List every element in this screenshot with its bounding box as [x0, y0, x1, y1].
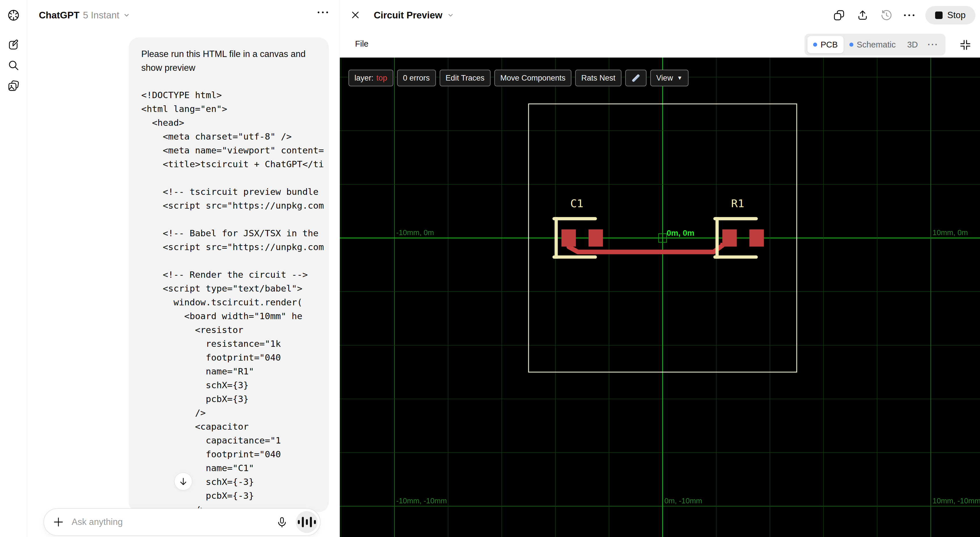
caret-down-icon: ▼ — [677, 75, 682, 81]
toolbar-label: Move Components — [500, 74, 566, 83]
library-icon — [8, 80, 19, 92]
chat-column: ChatGPT 5 Instant Please run this HTML f… — [27, 0, 339, 537]
ellipsis-icon — [904, 14, 915, 16]
grid-coordinate-label: -10mm, -10mm — [396, 496, 447, 505]
pcb-canvas[interactable]: C1R10m, 0m-10mm, 0m10mm, 0m-10mm, -10mm0… — [340, 57, 980, 537]
tab-schematic[interactable]: Schematic — [844, 36, 902, 53]
user-message-text: Please run this HTML file in a canvas an… — [141, 47, 329, 75]
user-message-bubble: Please run this HTML file in a canvas an… — [129, 37, 329, 512]
openai-logo-icon[interactable] — [7, 9, 20, 22]
component-label-r1: R1 — [731, 197, 745, 210]
canvas-header: Circuit Preview — [340, 0, 980, 30]
waveform-icon — [298, 517, 316, 527]
canvas-title: Circuit Preview — [374, 10, 442, 21]
canvas-panel: Circuit Preview — [339, 0, 980, 537]
grid-coordinate-label: 0m, -10mm — [664, 496, 702, 505]
ellipsis-icon — [318, 11, 328, 13]
sidebar — [0, 0, 27, 537]
pencil-icon — [632, 74, 640, 82]
active-layer-value: top — [376, 74, 387, 83]
pcb-toolbar-rats-nest[interactable]: Rats Nest — [575, 70, 622, 86]
copy-button[interactable] — [833, 9, 845, 22]
pcb-toolbar-move-components[interactable]: Move Components — [494, 70, 572, 86]
composer[interactable]: Ask anything — [43, 508, 321, 536]
chevron-down-icon — [123, 11, 130, 19]
library-button[interactable] — [7, 79, 20, 92]
toolbar-label: 0 errors — [403, 74, 430, 83]
microphone-icon — [276, 516, 288, 528]
toolbar-label: Edit Traces — [446, 74, 485, 83]
share-button[interactable] — [856, 9, 869, 22]
code-block: <!DOCTYPE html> <html lang="en"> <head> … — [141, 88, 329, 512]
conversation-options-button[interactable] — [318, 11, 328, 13]
attach-button[interactable] — [52, 516, 64, 528]
grid-coordinate-label: 10mm, 0m — [932, 228, 968, 237]
pcb-toolbar-view[interactable]: View▼ — [650, 70, 689, 86]
tab-pcb[interactable]: PCB — [807, 36, 844, 53]
canvas-menubar: File PCBSchematic3D··· — [340, 30, 980, 57]
tab-label: ··· — [928, 40, 939, 49]
app-name: ChatGPT — [39, 10, 80, 21]
composer-placeholder[interactable]: Ask anything — [72, 517, 276, 527]
component-label-c1: C1 — [570, 197, 584, 210]
tab-dot-icon — [850, 43, 853, 46]
pcb-toolbar: layer:top0 errorsEdit TracesMove Compone… — [348, 70, 689, 86]
stop-button[interactable]: Stop — [925, 6, 975, 24]
pcb-toolbar-edit-traces[interactable]: Edit Traces — [440, 70, 491, 86]
grid-coordinate-label: 10mm, -10mm — [932, 496, 980, 505]
view-tabs: PCBSchematic3D··· — [805, 33, 945, 56]
collapse-canvas-button[interactable] — [958, 38, 972, 52]
pcb-toolbar-0-errors[interactable]: 0 errors — [397, 70, 436, 86]
chat-header: ChatGPT 5 Instant — [27, 0, 339, 30]
canvas-actions: Stop — [833, 0, 975, 30]
model-name: 5 Instant — [83, 10, 119, 21]
dictate-button[interactable] — [276, 516, 288, 528]
toolbar-label: Rats Nest — [581, 74, 616, 83]
pcb-toolbar-layer-[interactable]: layer:top — [348, 70, 393, 86]
more-options-button[interactable] — [904, 14, 915, 16]
canvas-title-dropdown[interactable]: Circuit Preview — [374, 0, 454, 30]
upload-icon — [856, 9, 869, 22]
tab-[interactable]: ··· — [924, 36, 943, 53]
copy-icon — [833, 9, 845, 22]
close-icon — [350, 10, 360, 20]
file-menu[interactable]: File — [355, 30, 369, 57]
search-button[interactable] — [7, 59, 20, 72]
grid-coordinate-label: -10mm, 0m — [396, 228, 434, 237]
new-chat-button[interactable] — [7, 38, 20, 51]
voice-mode-button[interactable] — [296, 511, 318, 533]
app-root: ChatGPT 5 Instant Please run this HTML f… — [0, 0, 980, 537]
origin-coordinate-label: 0m, 0m — [667, 228, 695, 237]
toolbar-label: layer: — [355, 74, 374, 83]
tab-dot-icon — [813, 43, 817, 46]
close-canvas-button[interactable] — [348, 8, 362, 22]
chevron-down-icon — [447, 11, 454, 19]
model-picker[interactable]: ChatGPT 5 Instant — [39, 0, 130, 30]
tab-label: Schematic — [857, 40, 896, 49]
tab-label: PCB — [821, 40, 838, 49]
plus-icon — [52, 516, 64, 528]
stop-label: Stop — [947, 10, 966, 21]
arrow-down-icon — [179, 477, 188, 486]
stop-square-icon — [935, 11, 943, 19]
pcb-board-svg[interactable]: C1R10m, 0m-10mm, 0m10mm, 0m-10mm, -10mm0… — [340, 57, 980, 537]
toolbar-label: View — [656, 74, 673, 83]
tab-label: 3D — [907, 40, 918, 49]
history-icon — [880, 9, 893, 22]
collapse-icon — [959, 39, 971, 51]
search-icon — [8, 59, 19, 72]
openai-logo-glyph — [7, 9, 20, 22]
new-chat-icon — [8, 39, 19, 51]
tab-3d[interactable]: 3D — [902, 36, 924, 53]
scroll-to-bottom-button[interactable] — [174, 473, 192, 491]
trace-pencil-button[interactable] — [625, 70, 646, 86]
history-button[interactable] — [880, 9, 893, 22]
